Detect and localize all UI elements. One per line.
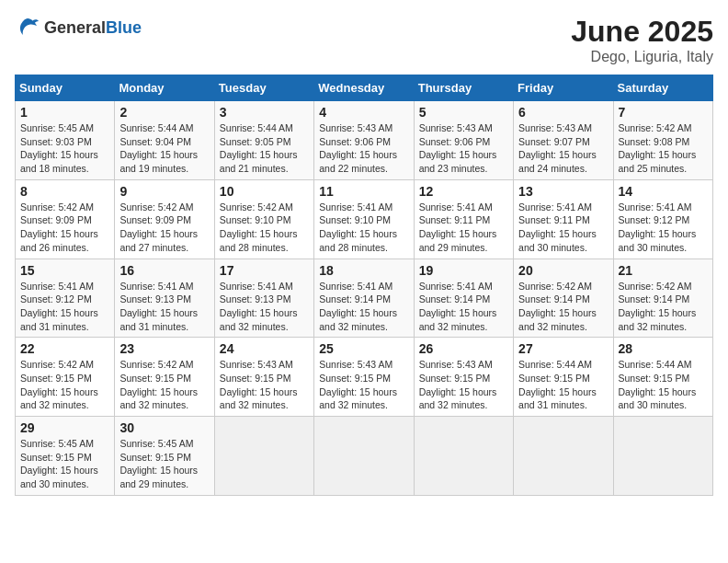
header-sunday: Sunday [16,75,115,101]
week-row-2: 8 Sunrise: 5:42 AMSunset: 9:09 PMDayligh… [16,179,713,259]
logo-bird-icon [15,15,40,40]
day-30: 30 Sunrise: 5:45 AMSunset: 9:15 PMDaylig… [115,417,214,496]
day-28: 28 Sunrise: 5:44 AMSunset: 9:15 PMDaylig… [613,338,712,417]
day-4: 4 Sunrise: 5:43 AMSunset: 9:06 PMDayligh… [314,101,414,180]
logo-text: GeneralBlue [44,18,142,38]
day-21: 21 Sunrise: 5:42 AMSunset: 9:14 PMDaylig… [613,259,712,338]
day-14: 14 Sunrise: 5:41 AMSunset: 9:12 PMDaylig… [613,179,712,259]
header-tuesday: Tuesday [214,75,313,101]
day-19: 19 Sunrise: 5:41 AMSunset: 9:14 PMDaylig… [414,259,513,338]
day-10: 10 Sunrise: 5:42 AMSunset: 9:10 PMDaylig… [214,179,313,259]
day-1: 1 Sunrise: 5:45 AMSunset: 9:03 PMDayligh… [16,101,115,180]
title-area: June 2025 Dego, Liguria, Italy [571,15,713,65]
empty-cell-5 [613,417,712,496]
week-row-4: 22 Sunrise: 5:42 AMSunset: 9:15 PMDaylig… [16,338,713,417]
logo: GeneralBlue [15,15,142,40]
day-9: 9 Sunrise: 5:42 AMSunset: 9:09 PMDayligh… [115,179,214,259]
calendar-table: Sunday Monday Tuesday Wednesday Thursday… [15,75,713,496]
day-17: 17 Sunrise: 5:41 AMSunset: 9:13 PMDaylig… [214,259,313,338]
day-18: 18 Sunrise: 5:41 AMSunset: 9:14 PMDaylig… [314,259,414,338]
week-row-5: 29 Sunrise: 5:45 AMSunset: 9:15 PMDaylig… [16,417,713,496]
page-header: GeneralBlue June 2025 Dego, Liguria, Ita… [15,15,713,65]
day-11: 11 Sunrise: 5:41 AMSunset: 9:10 PMDaylig… [314,179,414,259]
day-13: 13 Sunrise: 5:41 AMSunset: 9:11 PMDaylig… [514,179,613,259]
day-27: 27 Sunrise: 5:44 AMSunset: 9:15 PMDaylig… [514,338,613,417]
day-3: 3 Sunrise: 5:44 AMSunset: 9:05 PMDayligh… [214,101,313,180]
week-row-1: 1 Sunrise: 5:45 AMSunset: 9:03 PMDayligh… [16,101,713,180]
empty-cell-4 [514,417,613,496]
day-2: 2 Sunrise: 5:44 AMSunset: 9:04 PMDayligh… [115,101,214,180]
day-8: 8 Sunrise: 5:42 AMSunset: 9:09 PMDayligh… [16,179,115,259]
day-6: 6 Sunrise: 5:43 AMSunset: 9:07 PMDayligh… [514,101,613,180]
day-20: 20 Sunrise: 5:42 AMSunset: 9:14 PMDaylig… [514,259,613,338]
empty-cell-1 [214,417,313,496]
empty-cell-3 [414,417,513,496]
day-22: 22 Sunrise: 5:42 AMSunset: 9:15 PMDaylig… [16,338,115,417]
day-12: 12 Sunrise: 5:41 AMSunset: 9:11 PMDaylig… [414,179,513,259]
header-saturday: Saturday [613,75,712,101]
day-16: 16 Sunrise: 5:41 AMSunset: 9:13 PMDaylig… [115,259,214,338]
location-title: Dego, Liguria, Italy [571,49,713,65]
day-26: 26 Sunrise: 5:43 AMSunset: 9:15 PMDaylig… [414,338,513,417]
week-row-3: 15 Sunrise: 5:41 AMSunset: 9:12 PMDaylig… [16,259,713,338]
logo-general: General [44,18,106,37]
day-15: 15 Sunrise: 5:41 AMSunset: 9:12 PMDaylig… [16,259,115,338]
day-29: 29 Sunrise: 5:45 AMSunset: 9:15 PMDaylig… [16,417,115,496]
header-friday: Friday [514,75,613,101]
day-25: 25 Sunrise: 5:43 AMSunset: 9:15 PMDaylig… [314,338,414,417]
weekday-header-row: Sunday Monday Tuesday Wednesday Thursday… [16,75,713,101]
empty-cell-2 [314,417,414,496]
day-7: 7 Sunrise: 5:42 AMSunset: 9:08 PMDayligh… [613,101,712,180]
month-title: June 2025 [571,15,713,49]
logo-blue: Blue [106,18,142,37]
header-wednesday: Wednesday [314,75,414,101]
day-24: 24 Sunrise: 5:43 AMSunset: 9:15 PMDaylig… [214,338,313,417]
day-23: 23 Sunrise: 5:42 AMSunset: 9:15 PMDaylig… [115,338,214,417]
day-5: 5 Sunrise: 5:43 AMSunset: 9:06 PMDayligh… [414,101,513,180]
header-monday: Monday [115,75,214,101]
header-thursday: Thursday [414,75,513,101]
